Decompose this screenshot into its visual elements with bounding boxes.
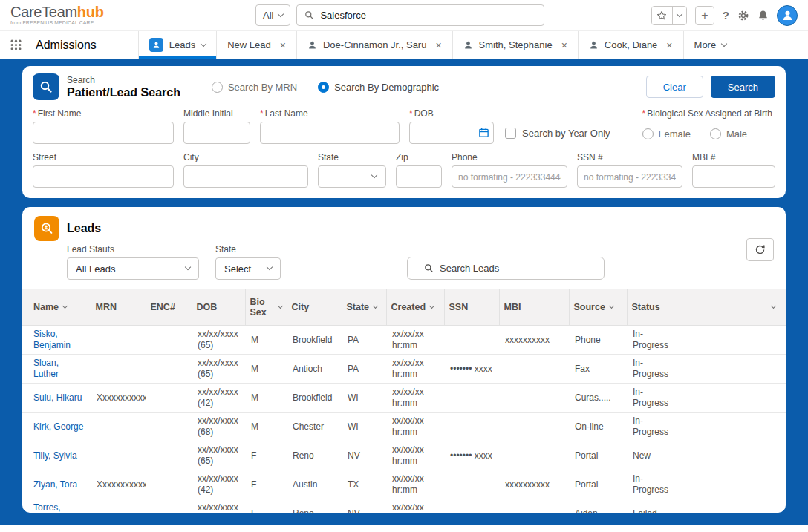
help-icon[interactable]: ? [723,9,729,22]
column-header-bio-sex[interactable]: Bio Sex [245,289,287,326]
chevron-down-icon [278,10,284,16]
global-search-box[interactable] [296,4,544,26]
leads-table-body: Sisko, Benjaminxx/xx/xxxx (65)MBrookfiel… [22,326,786,513]
phone-field[interactable] [452,165,567,188]
cell-bio_sex: M [245,355,287,384]
last-name-field[interactable] [260,122,400,144]
city-field[interactable] [183,165,308,188]
column-label: Name [33,302,59,312]
column-header-status[interactable]: Status [627,289,786,326]
leads-title: Leads [67,222,101,235]
tab-smith-stephanie[interactable]: Smith, Stephanie× [452,31,578,59]
column-header-state[interactable]: State [342,289,386,326]
search-leads-input[interactable] [440,263,596,274]
ssn-label: SSN # [577,152,682,162]
city-label: City [183,152,308,162]
tab-more[interactable]: More [683,31,737,59]
cell-mbi: xxxxxxxxxx [499,326,569,355]
tab-leads[interactable]: Leads [138,31,216,59]
bottom-strip [0,525,808,532]
lead-name-link[interactable]: Kirk, George [33,421,83,432]
lead-status-dropdown[interactable]: All Leads [67,257,199,280]
close-icon[interactable]: × [435,39,441,51]
waffle-icon [10,39,22,50]
column-header-source[interactable]: Source [569,289,627,326]
cell-source: Portal [569,470,627,499]
cell-name: Sisko, Benjamin [22,326,91,355]
cell-source: Phone [569,326,627,355]
cell-ssn [444,413,499,441]
radio-circle [710,128,721,139]
zip-field[interactable] [396,165,442,188]
cell-enc [146,355,192,384]
close-icon[interactable]: × [561,39,567,51]
lead-name-link[interactable]: Sisko, Benjamin [33,329,71,350]
refresh-button[interactable] [746,238,774,261]
user-avatar[interactable] [777,5,798,26]
street-field[interactable] [33,165,174,188]
lead-name-link[interactable]: Tilly, Sylvia [33,450,77,461]
mbi-field[interactable] [692,165,775,188]
lead-name-link[interactable]: Sulu, Hikaru [33,393,82,403]
tab-cook-diane[interactable]: Cook, Diane× [578,31,683,59]
status-value: In-Progress [633,358,674,380]
column-label: Bio Sex [250,297,274,318]
radio-circle [642,128,654,139]
tab-new-lead[interactable]: New Lead× [216,31,296,59]
clear-button[interactable]: Clear [646,76,703,98]
search-button[interactable]: Search [711,76,775,98]
cell-dob: xx/xx/xxxx (68) [192,413,245,441]
state-select[interactable] [318,165,386,188]
lead-name-link[interactable]: Ziyan, Tora [33,479,77,490]
ssn-field[interactable] [577,165,682,188]
quick-create-button[interactable]: + [695,6,714,25]
favorites-dropdown-button[interactable] [672,7,686,24]
column-header-created[interactable]: Created [386,289,444,326]
cell-state: WI [342,384,386,413]
radio-female[interactable]: Female [642,128,691,139]
cell-ssn [444,470,499,499]
cell-ssn [444,499,499,513]
global-search: All [255,4,544,26]
radio-label: Search By MRN [228,82,297,93]
cell-source: Portal [569,441,627,470]
search-scope-button[interactable]: All [255,4,290,26]
cell-mbi [499,384,569,413]
radio-search-by-demographic[interactable]: Search By Demographic [318,82,439,93]
setup-gear-icon[interactable] [737,10,749,22]
close-icon[interactable]: × [280,39,286,51]
global-search-input[interactable] [320,10,536,21]
state-filter-value: Select [224,263,251,275]
table-row: Kirk, Georgexx/xx/xxxx (68)MChesterWIxx/… [22,413,786,441]
cell-mrn [91,441,146,470]
lead-name-link[interactable]: Torres, B'Elanna [33,502,69,513]
column-header-name[interactable]: Name [22,289,91,326]
radio-male[interactable]: Male [710,128,747,139]
notifications-bell-icon[interactable] [758,10,769,21]
chevron-down-icon [721,40,727,46]
radio-search-by-mrn[interactable]: Search By MRN [212,82,297,93]
middle-initial-field[interactable] [183,122,250,144]
search-leads-box[interactable] [407,257,605,280]
lead-name-link[interactable]: Sloan, Luther [33,358,59,379]
cell-state: TX [342,470,386,499]
calendar-icon[interactable] [478,127,489,138]
favorites-star-button[interactable] [652,7,672,24]
careteamhub-app: CareTeamhub from FRESENIUS MEDICAL CARE … [0,0,808,532]
cell-ssn [444,384,499,413]
chevron-down-icon [677,10,682,16]
lead-status-value: All Leads [76,263,115,275]
careteamhub-logo[interactable]: CareTeamhub from FRESENIUS MEDICAL CARE [10,4,104,26]
app-launcher-button[interactable] [0,31,31,59]
chevron-down-icon [371,172,377,178]
tab-doe-cinnamon-jr-saru[interactable]: Doe-Cinnamon Jr., Saru× [296,31,452,59]
cell-name: Sloan, Luther [22,355,91,384]
state-filter-dropdown[interactable]: Select [215,257,281,280]
lead-status-label: Lead Stauts [67,244,199,254]
close-icon[interactable]: × [666,39,672,51]
status-value: Failed [633,508,657,513]
first-name-field[interactable] [33,122,174,144]
search-panel-icon [33,73,59,100]
column-label: State [347,302,370,312]
search-by-year-only-checkbox[interactable]: Search by Year Only [504,122,610,144]
